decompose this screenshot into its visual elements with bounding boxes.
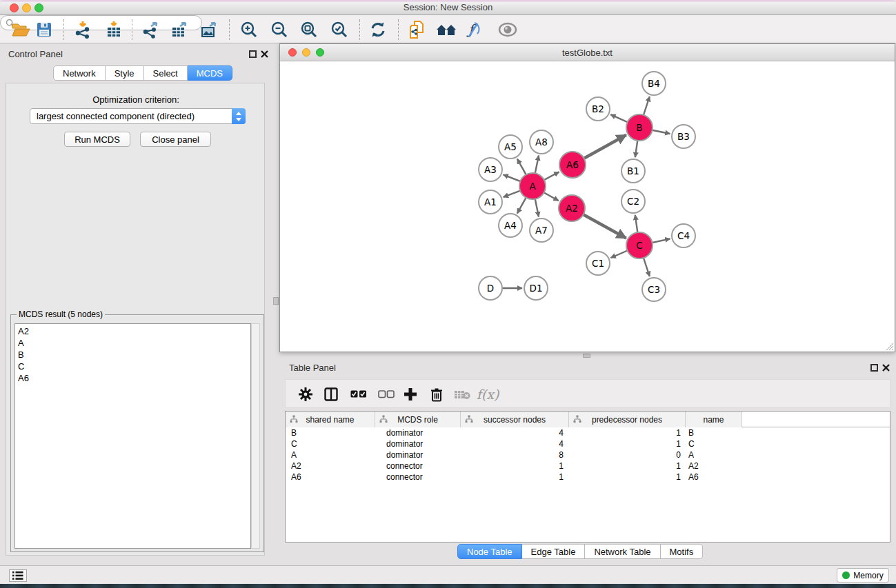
- graph-node-C4[interactable]: C4: [672, 224, 695, 247]
- tab-motifs[interactable]: Motifs: [661, 544, 704, 559]
- app-titlebar[interactable]: Session: New Session: [0, 0, 896, 15]
- mcds-result-item[interactable]: A: [18, 337, 248, 349]
- open-session-button[interactable]: [9, 20, 32, 39]
- table-row[interactable]: A6connector11A6: [286, 472, 890, 483]
- select-all-button[interactable]: [348, 385, 369, 404]
- column-header-name[interactable]: name: [686, 412, 742, 427]
- mcds-panel: Optimization criterion: largest connecte…: [6, 83, 265, 556]
- column-header-MCDS-role[interactable]: MCDS role: [375, 412, 461, 427]
- horizontal-splitter-handle[interactable]: [583, 354, 590, 358]
- desktop-background: [0, 584, 896, 588]
- tab-network[interactable]: Network: [53, 65, 106, 81]
- close-panel-button[interactable]: Close panel: [140, 132, 211, 147]
- network-window-titlebar[interactable]: testGlobe.txt: [280, 44, 895, 61]
- show-hide-graphics-button[interactable]: [496, 20, 519, 39]
- mcds-result-item[interactable]: A6: [18, 372, 248, 384]
- mcds-result-list[interactable]: A2ABCA6: [14, 323, 251, 549]
- task-history-button[interactable]: [9, 569, 27, 582]
- network-view-window: testGlobe.txt B4B2BB3A8A5A6A3B1AC2A1A2A4…: [279, 43, 895, 352]
- graph-node-B4[interactable]: B4: [642, 72, 666, 95]
- function-builder-button[interactable]: f(x): [477, 385, 498, 404]
- graph-node-C2[interactable]: C2: [621, 190, 645, 213]
- graph-node-C1[interactable]: C1: [586, 252, 610, 275]
- tab-edge-table[interactable]: Edge Table: [522, 544, 586, 559]
- table-cell: 1: [569, 428, 686, 438]
- zoom-in-button[interactable]: [237, 20, 261, 39]
- optimization-criterion-label: Optimization criterion:: [1, 94, 271, 105]
- table-settings-button[interactable]: [295, 385, 316, 404]
- graph-node-A8[interactable]: A8: [530, 130, 553, 154]
- tab-style[interactable]: Style: [106, 65, 144, 81]
- table-row[interactable]: Bdominator41B: [286, 427, 890, 438]
- table-row[interactable]: Cdominator41C: [286, 438, 890, 449]
- export-image-button[interactable]: [197, 20, 221, 39]
- graph-node-A[interactable]: A: [519, 173, 546, 199]
- network-from-selection-button[interactable]: [406, 20, 429, 39]
- column-header-shared-name[interactable]: shared name: [286, 412, 375, 427]
- zoom-out-button[interactable]: [268, 20, 291, 39]
- criterion-value: largest connected component (directed): [30, 111, 232, 121]
- tab-network-table[interactable]: Network Table: [585, 544, 660, 559]
- graph-node-A2[interactable]: A2: [559, 195, 585, 221]
- svg-text:B: B: [636, 122, 642, 133]
- network-canvas[interactable]: B4B2BB3A8A5A6A3B1AC2A1A2A4A7C4CC1DD1C3: [280, 62, 895, 352]
- float-panel-icon[interactable]: [249, 50, 257, 58]
- add-column-button[interactable]: [400, 385, 421, 404]
- svg-text:A1: A1: [484, 196, 497, 207]
- show-columns-button[interactable]: [321, 385, 341, 404]
- result-scrollbar[interactable]: [251, 323, 260, 549]
- graph-node-C3[interactable]: C3: [642, 278, 666, 301]
- resize-grip-icon[interactable]: [886, 343, 894, 351]
- table-row[interactable]: Adominator80A: [286, 449, 890, 460]
- float-panel-icon[interactable]: [870, 364, 878, 372]
- tab-mcds[interactable]: MCDS: [188, 65, 232, 81]
- table-row[interactable]: A2connector11A2: [286, 460, 890, 472]
- svg-text:A7: A7: [535, 225, 548, 236]
- column-attribute-icon: [573, 415, 581, 423]
- graph-node-A4[interactable]: A4: [499, 214, 522, 237]
- tab-select[interactable]: Select: [144, 65, 188, 81]
- delete-column-button[interactable]: [426, 385, 447, 404]
- graph-node-A3[interactable]: A3: [479, 158, 502, 181]
- mcds-result-item[interactable]: C: [18, 361, 248, 372]
- export-network-button[interactable]: [139, 20, 162, 39]
- mcds-result-item[interactable]: B: [18, 349, 248, 361]
- import-network-button[interactable]: [71, 20, 94, 39]
- graph-node-B2[interactable]: B2: [586, 97, 610, 121]
- criterion-dropdown[interactable]: largest connected component (directed): [30, 108, 246, 124]
- graph-node-A1[interactable]: A1: [479, 190, 502, 214]
- home-button[interactable]: [435, 20, 458, 39]
- graph-node-D1[interactable]: D1: [524, 276, 548, 300]
- import-table-button[interactable]: [102, 20, 126, 39]
- graph-node-D[interactable]: D: [479, 276, 502, 300]
- export-table-button[interactable]: [168, 20, 191, 39]
- close-panel-icon[interactable]: [260, 50, 269, 59]
- toggle-fx-button[interactable]: ƒ: [461, 20, 484, 39]
- node-table[interactable]: shared nameMCDS rolesuccessor nodesprede…: [285, 411, 890, 543]
- save-session-button[interactable]: [32, 20, 56, 39]
- export-network-icon: [141, 21, 159, 39]
- graph-node-A6[interactable]: A6: [559, 152, 586, 178]
- graph-node-A7[interactable]: A7: [530, 219, 553, 242]
- table-cell: A: [686, 450, 742, 460]
- graph-node-A5[interactable]: A5: [499, 135, 522, 159]
- delete-table-button[interactable]: [452, 385, 472, 404]
- vertical-splitter-handle[interactable]: [273, 297, 279, 305]
- run-mcds-button[interactable]: Run MCDS: [64, 132, 130, 147]
- refresh-button[interactable]: [366, 20, 390, 39]
- unchecked-boxes-icon: [378, 390, 395, 398]
- close-panel-icon[interactable]: [882, 363, 890, 372]
- graph-node-B[interactable]: B: [626, 114, 653, 141]
- tab-node-table[interactable]: Node Table: [457, 544, 522, 559]
- graph-node-C[interactable]: C: [626, 232, 653, 258]
- column-header-successor-nodes[interactable]: successor nodes: [461, 412, 569, 427]
- zoom-fit-button[interactable]: [297, 20, 321, 39]
- deselect-all-button[interactable]: [376, 385, 397, 404]
- column-header-predecessor-nodes[interactable]: predecessor nodes: [569, 412, 686, 427]
- graph-node-B1[interactable]: B1: [621, 159, 645, 183]
- mcds-result-item[interactable]: A2: [18, 325, 248, 337]
- memory-button[interactable]: Memory: [837, 568, 889, 582]
- graph-node-B3[interactable]: B3: [672, 125, 695, 148]
- toolbar-separator: [398, 19, 399, 40]
- zoom-selected-button[interactable]: [328, 20, 351, 39]
